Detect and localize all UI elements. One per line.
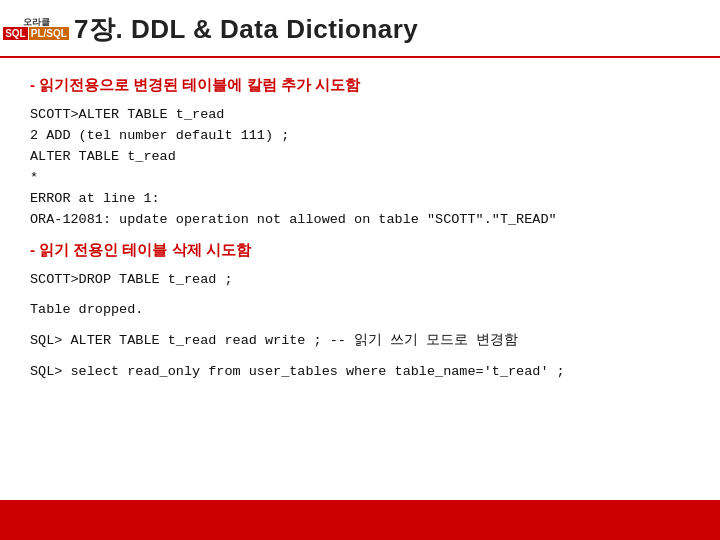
code-line: ALTER TABLE t_read xyxy=(30,147,690,168)
logo-box: 오라클 SQL PL/SQL xyxy=(10,8,62,50)
main-content: - 읽기전용으로 변경된 테이블에 칼럼 추가 시도함 SCOTT>ALTER … xyxy=(0,58,720,403)
page-header: 오라클 SQL PL/SQL 7장. DDL & Data Dictionary xyxy=(0,0,720,58)
code-line: SQL> select read_only from user_tables w… xyxy=(30,362,690,383)
logo-sql-label: SQL xyxy=(3,27,28,40)
code-line: ERROR at line 1: xyxy=(30,189,690,210)
code-line: ORA-12081: update operation not allowed … xyxy=(30,210,690,231)
logo-top-text: 오라클 xyxy=(23,18,50,28)
section2-output: Table dropped. xyxy=(30,300,690,321)
code-line: SCOTT>ALTER TABLE t_read xyxy=(30,105,690,126)
section1-code: SCOTT>ALTER TABLE t_read 2 ADD (tel numb… xyxy=(30,105,690,231)
page-title: 7장. DDL & Data Dictionary xyxy=(74,12,418,47)
section2-header: - 읽기 전용인 테이블 삭제 시도함 xyxy=(30,241,690,260)
code-line: 2 ADD (tel number default 111) ; xyxy=(30,126,690,147)
section1-header: - 읽기전용으로 변경된 테이블에 칼럼 추가 시도함 xyxy=(30,76,690,95)
logo-sql-area: SQL PL/SQL xyxy=(3,27,69,40)
footer-bar xyxy=(0,500,720,540)
section4-code: SQL> select read_only from user_tables w… xyxy=(30,362,690,383)
logo-area: 오라클 SQL PL/SQL xyxy=(10,8,62,50)
code-line: SQL> ALTER TABLE t_read read write ; -- … xyxy=(30,331,690,352)
logo-plsql-label: PL/SQL xyxy=(29,27,69,40)
section2-code: SCOTT>DROP TABLE t_read ; xyxy=(30,270,690,291)
code-line: * xyxy=(30,168,690,189)
code-line: SCOTT>DROP TABLE t_read ; xyxy=(30,270,690,291)
section3-code: SQL> ALTER TABLE t_read read write ; -- … xyxy=(30,331,690,352)
